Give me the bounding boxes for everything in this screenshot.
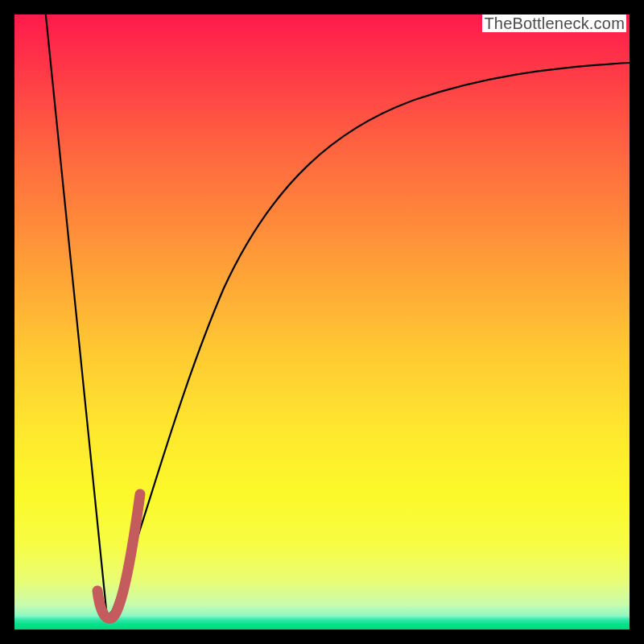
chart-plot-area: TheBottleneck.com	[14, 14, 630, 630]
watermark: TheBottleneck.com	[479, 14, 630, 32]
chart-frame: TheBottleneck.com	[0, 0, 644, 644]
curve-accent-j	[97, 494, 140, 618]
chart-curves	[14, 14, 630, 630]
watermark-text: TheBottleneck.com	[482, 14, 626, 32]
